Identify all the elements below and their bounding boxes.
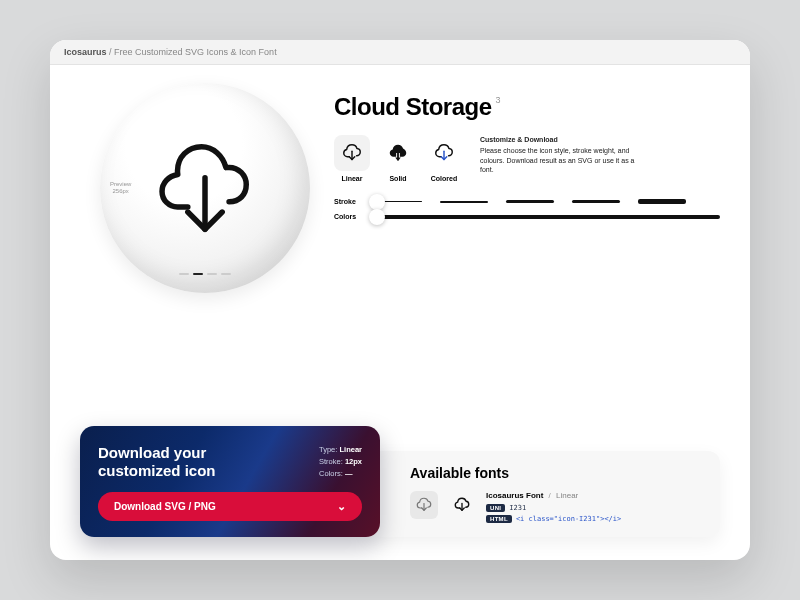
font-preview-gray[interactable]	[410, 491, 438, 519]
cloud-download-colored-icon	[433, 142, 455, 164]
brand-tagline: Free Customized SVG Icons & Icon Font	[114, 47, 277, 57]
icon-title: Cloud Storage	[334, 93, 492, 121]
colors-row: Colors	[334, 213, 720, 220]
customize-controls: Stroke Colors	[334, 198, 720, 220]
preview-size-label: Preview 256px	[110, 181, 131, 195]
style-linear-thumb	[334, 135, 370, 171]
font-preview-black[interactable]	[448, 491, 476, 519]
html-row[interactable]: HTML <i class="icon-I231"></i>	[486, 515, 704, 523]
cloud-download-solid-icon	[387, 142, 409, 164]
fonts-title: Available fonts	[410, 465, 704, 481]
available-fonts-card: Available fonts	[366, 451, 720, 537]
font-meta: Icosaurus Font / Linear UNI I231 HTML	[486, 491, 704, 523]
style-linear-label: Linear	[341, 175, 362, 182]
style-solid-label: Solid	[389, 175, 406, 182]
download-meta: Type: Linear Stroke: 12px Colors: —	[319, 444, 362, 480]
style-colored[interactable]: Colored	[426, 135, 462, 182]
title-row: Cloud Storage 3	[334, 93, 720, 121]
colors-label: Colors	[334, 213, 364, 220]
style-solid[interactable]: Solid	[380, 135, 416, 182]
html-tag: HTML	[486, 515, 512, 523]
stroke-label: Stroke	[334, 198, 364, 205]
style-linear[interactable]: Linear	[334, 135, 370, 182]
colors-slider-handle[interactable]	[369, 209, 385, 225]
uni-value: I231	[509, 504, 526, 512]
font-code-rows: UNI I231 HTML <i class="icon-I231"></i>	[486, 504, 704, 523]
titlebar: Icosaurus / Free Customized SVG Icons & …	[50, 40, 750, 65]
app-window: Icosaurus / Free Customized SVG Icons & …	[50, 40, 750, 560]
download-title: Download your customized icon	[98, 444, 216, 480]
brand-name: Icosaurus	[64, 47, 107, 57]
info-column: Cloud Storage 3 Linear	[334, 83, 720, 293]
customize-description: Customize & Download Please choose the i…	[480, 135, 640, 175]
top-row: Preview 256px Cloud Storage 3	[80, 83, 720, 293]
chevron-down-icon: ⌄	[337, 500, 346, 513]
cloud-download-icon	[150, 133, 260, 243]
download-button[interactable]: Download SVG / PNG ⌄	[98, 492, 362, 521]
style-colored-label: Colored	[431, 175, 457, 182]
unicode-row[interactable]: UNI I231	[486, 504, 704, 512]
cloud-download-icon	[415, 496, 433, 514]
cloud-download-icon	[453, 496, 471, 514]
colors-slider[interactable]	[374, 215, 720, 219]
fonts-row: Icosaurus Font / Linear UNI I231 HTML	[410, 491, 704, 523]
html-value: <i class="icon-I231"></i>	[516, 515, 621, 523]
icon-count-superscript: 3	[496, 95, 501, 105]
style-colored-thumb	[426, 135, 462, 171]
preview-pager[interactable]	[179, 273, 231, 275]
icon-preview-sphere[interactable]: Preview 256px	[100, 83, 310, 293]
bottom-row: Download your customized icon Type: Line…	[80, 426, 720, 537]
cloud-download-linear-icon	[341, 142, 363, 164]
content: Preview 256px Cloud Storage 3	[50, 65, 750, 559]
uni-tag: UNI	[486, 504, 505, 512]
font-name-line: Icosaurus Font / Linear	[486, 491, 704, 500]
style-selector-row: Linear Solid	[334, 135, 720, 182]
stroke-slider[interactable]	[374, 200, 720, 204]
stroke-slider-handle[interactable]	[369, 194, 385, 210]
style-solid-thumb	[380, 135, 416, 171]
download-card: Download your customized icon Type: Line…	[80, 426, 380, 537]
stroke-row: Stroke	[334, 198, 720, 205]
